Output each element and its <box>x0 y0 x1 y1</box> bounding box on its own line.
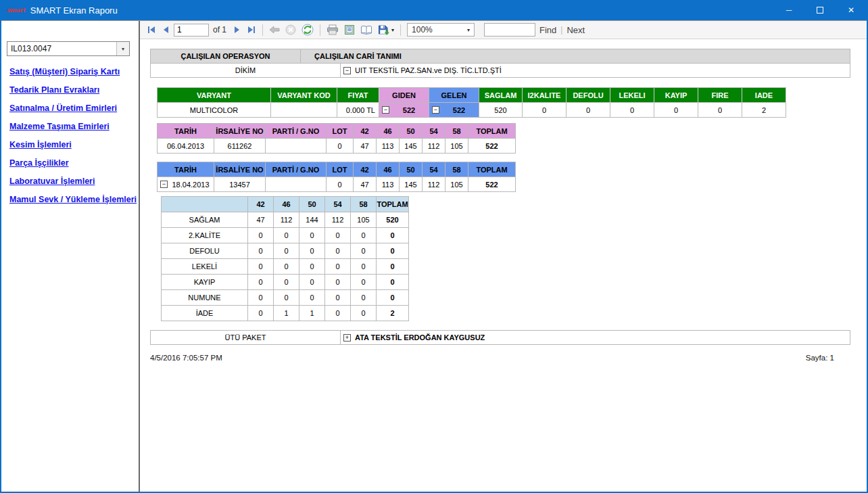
value-cell: 113 <box>377 139 400 154</box>
value-cell <box>266 177 327 192</box>
print-icon <box>327 24 339 35</box>
expand-toggle-icon[interactable]: + <box>343 334 351 342</box>
value-cell: 112 <box>274 212 299 228</box>
header-cell-gelen: GELEN <box>429 88 479 103</box>
chevron-down-icon: ▾ <box>122 46 124 52</box>
sidebar-link-malzeme-tasima[interactable]: Malzeme Taşıma Emirleri <box>9 122 139 131</box>
toolbar-separator <box>320 24 320 36</box>
report-footer: 4/5/2016 7:05:57 PM Sayfa: 1 <box>150 354 851 362</box>
value-cell: 0 <box>248 228 274 243</box>
sidebar-link-kesim[interactable]: Kesim İşlemleri <box>9 140 139 149</box>
row-label: KAYIP <box>162 275 248 290</box>
maximize-button[interactable] <box>804 0 836 20</box>
header-cell: 42 <box>354 124 377 139</box>
value-cell: 47 <box>354 139 377 154</box>
collapse-toggle-icon[interactable]: − <box>343 67 351 74</box>
next-page-button[interactable] <box>231 22 244 37</box>
minimize-button[interactable]: ─ <box>773 0 804 20</box>
sidebar-link-tedarik-plani[interactable]: Tedarik Planı Evrakları <box>9 85 139 95</box>
header-cell: 58 <box>445 124 468 139</box>
value-cell: 0 <box>351 228 377 243</box>
value-cell: 0 <box>299 243 325 259</box>
collapse-toggle-icon[interactable]: − <box>160 181 168 188</box>
row-label: 2.KALİTE <box>162 228 248 243</box>
sidebar-link-parca-iscilikler[interactable]: Parça İşçilikler <box>9 158 139 168</box>
stop-button[interactable] <box>283 22 299 37</box>
find-next-separator: | <box>560 25 562 34</box>
value-cell: 0 <box>299 290 325 306</box>
print-layout-button[interactable] <box>341 22 358 37</box>
find-button[interactable]: Find <box>539 25 556 35</box>
page-setup-button[interactable] <box>358 22 375 37</box>
header-cell: TOPLAM <box>468 124 516 139</box>
first-page-icon <box>147 26 156 34</box>
header-cell: SAGLAM <box>479 88 523 103</box>
value-cell: 0 <box>325 259 351 275</box>
collapse-toggle-icon[interactable]: − <box>432 106 439 114</box>
operation-value: DİKİM <box>151 64 341 78</box>
header-cell: 46 <box>377 162 400 177</box>
toolbar-separator <box>262 24 263 36</box>
header-cell: 42 <box>248 197 274 212</box>
value-cell: 0 <box>248 306 274 321</box>
print-button[interactable] <box>324 22 341 37</box>
table-row: LEKELİ 0 0 0 0 0 0 <box>162 259 409 275</box>
first-page-button[interactable] <box>144 22 159 37</box>
sidebar-link-laboratuvar[interactable]: Laboratuvar İşlemleri <box>9 177 139 186</box>
header-cell: VARYANT <box>158 88 271 103</box>
zoom-select[interactable]: 100% ▾ <box>407 23 475 37</box>
value-cell: 18.04.2013 <box>168 181 214 189</box>
header-cell: 58 <box>351 197 377 212</box>
row-label: SAĞLAM <box>162 212 248 228</box>
value-cell: 105 <box>445 139 468 154</box>
order-select[interactable]: IL013.0047 ▾ <box>7 41 130 56</box>
header-cell: I2KALITE <box>523 88 566 103</box>
total-cell: 2 <box>377 306 409 321</box>
find-next-button[interactable]: Next <box>566 25 585 35</box>
value-cell: 144 <box>299 212 325 228</box>
value-cell: 0 <box>351 290 377 306</box>
dropdown-button[interactable]: ▾ <box>116 42 129 55</box>
value-cell: 0 <box>566 103 610 118</box>
value-cell: 0 <box>274 259 299 275</box>
sidebar-link-mamul-sevk[interactable]: Mamul Sevk / Yükleme İşlemleri <box>9 195 139 204</box>
refresh-button[interactable] <box>299 22 316 37</box>
table-row: DİKİM − UIT TEKSTİL PAZ.SAN.ve DIŞ. TİC.… <box>151 64 850 78</box>
value-cell: 0 <box>327 139 354 154</box>
page-count-label: of 1 <box>213 25 226 34</box>
page-number-input[interactable] <box>174 24 209 37</box>
previous-page-icon <box>162 26 170 34</box>
table-row: KAYIP 0 0 0 0 0 0 <box>162 275 409 290</box>
print-layout-icon <box>344 24 355 35</box>
header-cell: FIYAT <box>337 88 379 103</box>
table-header-row: TARİH İRSALİYE NO PARTİ / G.NO LOT 42 46… <box>158 162 516 177</box>
sidebar-links: Satış (Müşteri) Sipariş Kartı Tedarik Pl… <box>7 67 139 204</box>
row-label: DEFOLU <box>162 243 248 259</box>
back-button[interactable] <box>266 22 283 37</box>
export-button[interactable]: ▾ <box>375 22 397 37</box>
value-cell: 0 <box>248 243 274 259</box>
value-cell: 0 <box>299 259 325 275</box>
search-input[interactable] <box>484 23 535 37</box>
last-page-button[interactable] <box>244 22 259 37</box>
close-button[interactable]: ✕ <box>836 0 867 20</box>
value-cell: 520 <box>479 103 523 118</box>
value-cell: 0.000 TL <box>337 103 379 118</box>
size-breakdown-table: 42 46 50 54 58 TOPLAM SAĞLAM 47 112 144 … <box>161 196 409 321</box>
value-cell: 0 <box>274 275 299 290</box>
value-cell: 145 <box>400 177 423 192</box>
header-cell: 50 <box>400 162 423 177</box>
previous-page-button[interactable] <box>159 22 172 37</box>
table-header-row: 42 46 50 54 58 TOPLAM <box>162 197 409 212</box>
sidebar-link-satinalma[interactable]: Satınalma / Üretim Emirleri <box>9 103 139 113</box>
header-cell: 54 <box>325 197 351 212</box>
header-cell-giden: GIDEN <box>379 88 429 103</box>
value-cell: 1 <box>299 306 325 321</box>
header-cell: İRSALİYE NO <box>214 124 266 139</box>
collapse-toggle-icon[interactable]: − <box>382 106 389 114</box>
header-cell: TARİH <box>158 124 214 139</box>
sidebar-link-siparis-karti[interactable]: Satış (Müşteri) Sipariş Kartı <box>9 67 139 76</box>
back-icon <box>269 26 280 34</box>
giden-detail-table: TARİH İRSALİYE NO PARTİ / G.NO LOT 42 46… <box>157 123 516 154</box>
maximize-icon <box>817 7 823 14</box>
